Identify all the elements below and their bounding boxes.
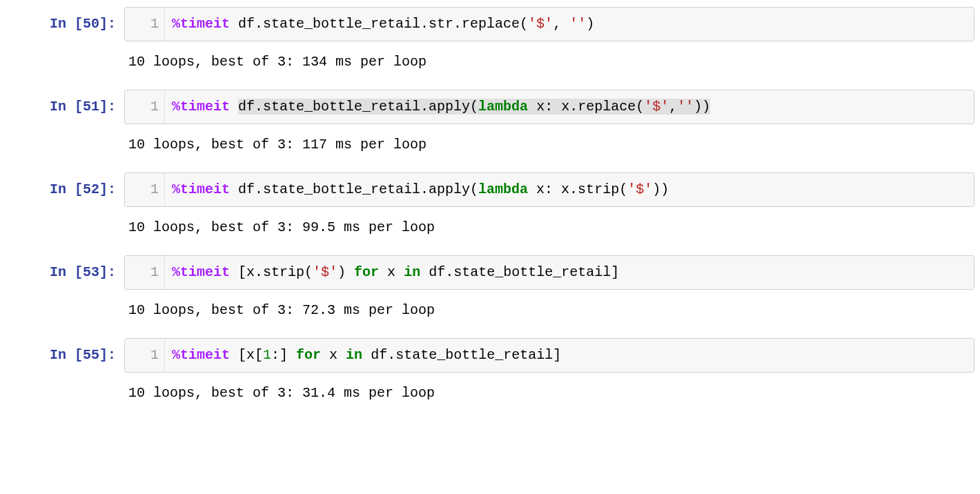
line-number-gutter: 1 <box>125 173 165 206</box>
cell-output-row: 10 loops, best of 3: 117 ms per loop <box>6 132 974 157</box>
code-token: '' <box>569 16 586 32</box>
code-token: df.state_bottle_retail] <box>362 347 561 363</box>
cell-input-row: In [52]:1%timeit df.state_bottle_retail.… <box>6 172 974 207</box>
notebook-cell: In [50]:1%timeit df.state_bottle_retail.… <box>6 7 974 75</box>
code-input-area[interactable]: 1%timeit df.state_bottle_retail.str.repl… <box>124 7 974 41</box>
code-token: [x.strip( <box>230 264 313 280</box>
cell-input-row: In [50]:1%timeit df.state_bottle_retail.… <box>6 7 974 41</box>
cell-output-row: 10 loops, best of 3: 72.3 ms per loop <box>6 298 974 323</box>
code-line[interactable]: %timeit [x[1:] for x in df.state_bottle_… <box>165 339 974 372</box>
code-token: '$' <box>627 181 652 197</box>
code-token: timeit <box>180 347 230 363</box>
code-input-area[interactable]: 1%timeit df.state_bottle_retail.apply(la… <box>124 90 974 124</box>
output-prompt-spacer <box>6 298 124 301</box>
code-token: df.state_bottle_retail.str.replace( <box>230 16 528 32</box>
code-token: )) <box>652 181 669 197</box>
code-token: '$' <box>528 16 553 32</box>
cell-input-row: In [51]:1%timeit df.state_bottle_retail.… <box>6 90 974 124</box>
input-prompt[interactable]: In [52]: <box>6 172 124 199</box>
code-token: '$' <box>644 99 669 115</box>
code-token: ) <box>586 16 594 32</box>
code-token: df.state_bottle_retail.apply( <box>238 99 478 115</box>
code-token: '$' <box>313 264 337 280</box>
output-text: 10 loops, best of 3: 99.5 ms per loop <box>124 215 974 240</box>
code-token: timeit <box>180 99 230 115</box>
code-token: % <box>172 99 180 115</box>
code-token: x: x.replace( <box>528 99 644 115</box>
code-token: % <box>172 264 180 280</box>
code-token: for <box>296 347 321 363</box>
output-prompt-spacer <box>6 381 124 384</box>
code-token: 1 <box>263 347 271 363</box>
code-token: % <box>172 181 180 197</box>
notebook-cell: In [55]:1%timeit [x[1:] for x in df.stat… <box>6 338 974 406</box>
code-input-area[interactable]: 1%timeit df.state_bottle_retail.apply(la… <box>124 172 974 207</box>
code-token: )) <box>694 99 710 115</box>
notebook-cell: In [53]:1%timeit [x.strip('$') for x in … <box>6 255 974 323</box>
line-number-gutter: 1 <box>125 90 165 124</box>
output-text: 10 loops, best of 3: 31.4 ms per loop <box>124 381 974 406</box>
code-line[interactable]: %timeit df.state_bottle_retail.apply(lam… <box>165 90 974 124</box>
output-text: 10 loops, best of 3: 134 ms per loop <box>124 50 974 75</box>
code-token: ) <box>337 264 354 280</box>
code-line[interactable]: %timeit df.state_bottle_retail.apply(lam… <box>165 173 974 206</box>
code-token: '' <box>677 99 694 115</box>
code-token: in <box>346 347 362 363</box>
output-prompt-spacer <box>6 50 124 52</box>
line-number-gutter: 1 <box>125 339 165 372</box>
code-token: % <box>172 347 180 363</box>
code-token: % <box>172 16 180 32</box>
code-token: lambda <box>478 181 528 197</box>
output-prompt-spacer <box>6 132 124 135</box>
code-token: x: x.strip( <box>528 181 627 197</box>
cell-output-row: 10 loops, best of 3: 99.5 ms per loop <box>6 215 974 240</box>
code-line[interactable]: %timeit df.state_bottle_retail.str.repla… <box>165 8 974 41</box>
code-input-area[interactable]: 1%timeit [x[1:] for x in df.state_bottle… <box>124 338 974 373</box>
code-token: lambda <box>478 99 528 115</box>
cell-input-row: In [53]:1%timeit [x.strip('$') for x in … <box>6 255 974 290</box>
code-token: timeit <box>180 16 230 32</box>
code-token: timeit <box>180 264 230 280</box>
input-prompt[interactable]: In [50]: <box>6 7 124 33</box>
code-token: , <box>669 99 677 115</box>
code-token: , <box>553 16 569 32</box>
line-number-gutter: 1 <box>125 8 165 41</box>
code-token: timeit <box>180 181 230 197</box>
code-input-area[interactable]: 1%timeit [x.strip('$') for x in df.state… <box>124 255 974 290</box>
cell-output-row: 10 loops, best of 3: 134 ms per loop <box>6 50 974 75</box>
code-token: :] <box>271 347 296 363</box>
output-text: 10 loops, best of 3: 117 ms per loop <box>124 132 974 157</box>
input-prompt[interactable]: In [55]: <box>6 338 124 364</box>
notebook-cell: In [51]:1%timeit df.state_bottle_retail.… <box>6 90 974 157</box>
code-token: df.state_bottle_retail.apply( <box>230 181 478 197</box>
output-prompt-spacer <box>6 215 124 218</box>
code-token: for <box>354 264 379 280</box>
line-number-gutter: 1 <box>125 256 165 289</box>
notebook-cell: In [52]:1%timeit df.state_bottle_retail.… <box>6 172 974 240</box>
code-token <box>230 99 238 115</box>
notebook-container: In [50]:1%timeit df.state_bottle_retail.… <box>6 7 974 406</box>
input-prompt[interactable]: In [51]: <box>6 90 124 116</box>
code-token: x <box>321 347 346 363</box>
code-token: [x[ <box>230 347 263 363</box>
code-token: x <box>379 264 404 280</box>
output-text: 10 loops, best of 3: 72.3 ms per loop <box>124 298 974 323</box>
cell-input-row: In [55]:1%timeit [x[1:] for x in df.stat… <box>6 338 974 373</box>
code-token: in <box>404 264 420 280</box>
input-prompt[interactable]: In [53]: <box>6 255 124 281</box>
code-token: df.state_bottle_retail] <box>420 264 619 280</box>
code-line[interactable]: %timeit [x.strip('$') for x in df.state_… <box>165 256 974 289</box>
cell-output-row: 10 loops, best of 3: 31.4 ms per loop <box>6 381 974 406</box>
